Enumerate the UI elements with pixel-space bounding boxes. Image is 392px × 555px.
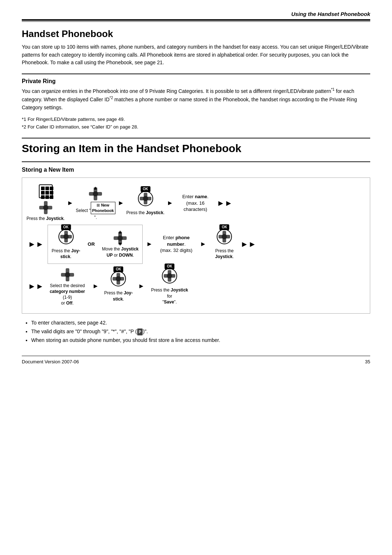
- ok-joystick-icon1: [138, 191, 154, 207]
- diagram-box: Press the Joystick. ► Select "⊞ NewPhone…: [22, 177, 370, 314]
- footer-line: [22, 356, 370, 356]
- joystick-icon1: [38, 200, 54, 216]
- bullet-item-3: When storing an outside phone number, yo…: [31, 336, 370, 345]
- svg-point-14: [64, 234, 69, 239]
- step4-cell: Enter name.(max. 16 characters): [175, 193, 215, 213]
- arrow-double2: ►►: [28, 240, 44, 249]
- step2-cell: Select "⊞ NewPhonebook".: [75, 186, 115, 220]
- step1-cell: Press the Joystick.: [26, 184, 65, 221]
- diagram-row1: Press the Joystick. ► Select "⊞ NewPhone…: [26, 184, 366, 221]
- or-text: OR: [88, 241, 95, 247]
- p-badge-inline: P: [137, 328, 143, 335]
- arrow-double4: ►►: [28, 282, 44, 291]
- sub-step-b: Move the JoystickUP or DOWN.: [102, 230, 139, 258]
- handset-grid-icon: [39, 184, 53, 198]
- step1-label: Press the Joystick.: [26, 216, 65, 221]
- joystick-updown-icon: [112, 230, 128, 246]
- diagram-row2: ►► OK Press the Joy-stick.: [26, 225, 366, 264]
- top-rule-thin: [22, 21, 370, 22]
- footer-row: Document Version 2007-06 35: [22, 359, 370, 364]
- section1-body: You can store up to 100 items with names…: [22, 43, 370, 67]
- top-rule-thick: [22, 19, 370, 21]
- section2-title: Storing an Item in the Handset Phonebook: [22, 142, 370, 155]
- ok-joystick-icon3: [216, 229, 232, 245]
- private-ring-body: You can organize entries in the Phoneboo…: [22, 87, 370, 111]
- sub-step-a-label: Press the Joy-stick.: [52, 248, 80, 260]
- svg-point-10: [143, 196, 148, 201]
- joystick-icon-row3: [60, 267, 75, 283]
- arrow4: ►: [146, 240, 153, 248]
- bullet-item-2: The valid digits are "0" through "9", "*…: [31, 327, 370, 336]
- divider3: [22, 161, 370, 162]
- ok-badge5: OK: [165, 264, 175, 269]
- svg-point-23: [222, 234, 227, 239]
- enter-phone-label: Enter phone number.(max. 32 digits): [156, 234, 196, 254]
- svg-point-34: [167, 273, 172, 278]
- row3-step3-cell: OK Press the Joystick for"Save".: [150, 268, 189, 305]
- ok-badge4: OK: [114, 266, 123, 272]
- sup2: *2: [110, 96, 113, 100]
- row3-step1-cell: Select the desired category number (1-9)…: [48, 267, 87, 306]
- ok-badge3: OK: [220, 224, 229, 230]
- doc-version: Document Version 2007-06: [22, 359, 79, 364]
- arrow5: ►: [200, 240, 207, 248]
- storing-new-item-title: Storing a New Item: [22, 167, 370, 173]
- row2-final-cell: OK Press theJoystick.: [210, 229, 239, 260]
- row3-step2-label: Press the Joy-stick.: [104, 290, 133, 302]
- arrow-double1: ►►: [217, 199, 233, 208]
- section1-title: Handset Phonebook: [22, 28, 370, 40]
- chapter-title: Using the Handset Phonebook: [22, 11, 370, 17]
- divider2: [22, 138, 370, 139]
- ok-joystick-icon4: [110, 271, 126, 287]
- page-number: 35: [365, 359, 370, 364]
- arrow6: ►: [93, 282, 99, 290]
- ok-joystick-icon2: [58, 229, 74, 245]
- svg-point-30: [116, 276, 121, 281]
- step2-label: Select "⊞ NewPhonebook".: [75, 202, 115, 220]
- step3-cell: OK Press the Joystick.: [126, 191, 164, 216]
- bullet-list: To enter characters, see page 42. The va…: [31, 319, 370, 344]
- ok-badge2: OK: [61, 224, 71, 230]
- ok-badge1: OK: [140, 186, 150, 192]
- svg-point-17: [118, 236, 123, 241]
- step3-label: Press the Joystick.: [126, 210, 164, 216]
- ok-joystick-icon5: [162, 268, 177, 284]
- footnote2: *2 For Caller ID information, see “Calle…: [22, 124, 370, 130]
- row3-step3-label: Press the Joystick for"Save".: [150, 287, 189, 305]
- joystick-up-icon: [87, 186, 103, 202]
- divider1: [22, 73, 370, 74]
- arrow3: ►: [167, 199, 173, 207]
- or-group: OK Press the Joy-stick. OR: [48, 225, 143, 264]
- arrow7: ►: [138, 282, 144, 290]
- row3-step1-label: Select the desired category number (1-9)…: [48, 283, 87, 306]
- sub-step-b-label: Move the JoystickUP or DOWN.: [102, 246, 139, 258]
- bullet-item-1: To enter characters, see page 42.: [31, 319, 370, 327]
- svg-point-2: [43, 205, 48, 210]
- enter-phone-cell: Enter phone number.(max. 32 digits): [156, 234, 196, 254]
- arrow2: ►: [118, 199, 124, 207]
- svg-point-26: [65, 272, 70, 277]
- private-ring-text1: You can organize entries in the Phoneboo…: [22, 88, 357, 110]
- arrow-double3: ►►: [240, 240, 256, 249]
- page: Using the Handset Phonebook Handset Phon…: [0, 0, 392, 555]
- row3-step2-cell: OK Press the Joy-stick.: [104, 271, 133, 302]
- arrow1: ►: [67, 199, 73, 207]
- private-ring-title: Private Ring: [22, 78, 370, 85]
- footnote1: *1 For Ringer/LED/Vibrate patterns, see …: [22, 117, 370, 122]
- step4-label: Enter name.(max. 16 characters): [175, 193, 215, 213]
- sup1: *1: [331, 87, 334, 91]
- diagram-row3: ►► Select the desired category number (1…: [26, 267, 366, 306]
- sub-step-a: OK Press the Joy-stick.: [52, 229, 81, 260]
- svg-point-5: [93, 191, 98, 196]
- row2-final-label: Press theJoystick.: [215, 248, 234, 260]
